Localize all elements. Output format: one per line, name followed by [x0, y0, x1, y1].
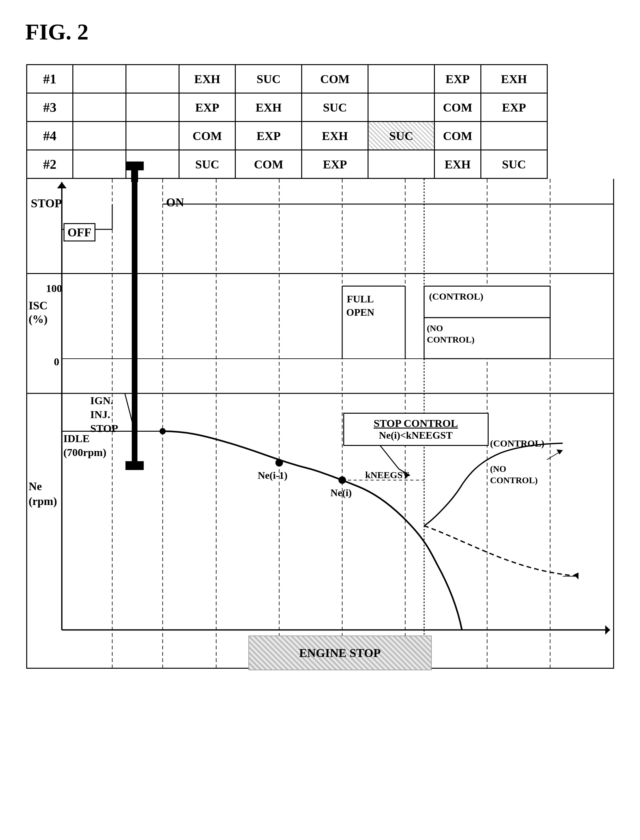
stop-control-condition: Ne(i)<kNEEGST	[350, 429, 482, 441]
cyl-label-4: #4	[27, 122, 73, 150]
on-label: ON	[166, 195, 184, 209]
diagram-container: #1 EXH SUC COM EXP EXH #3 EXP EXH	[26, 64, 614, 669]
off-label: OFF	[64, 223, 96, 242]
cyl-cell	[126, 93, 179, 122]
idle-label: IDLE(700rpm)	[64, 432, 107, 459]
cyl-cell: EXH	[481, 65, 547, 93]
cyl-cell: COM	[235, 150, 302, 179]
cyl-cell: EXH	[434, 150, 481, 179]
table-row: #1 EXH SUC COM EXP EXH	[27, 65, 613, 93]
svg-rect-29	[131, 170, 138, 182]
no-control-isc-label: (NOCONTROL)	[427, 323, 475, 346]
cyl-cell: COM	[302, 65, 368, 93]
svg-point-23	[275, 459, 283, 466]
table-row: #4 COM EXP EXH SUC COM	[27, 122, 613, 150]
cyl-cell	[73, 93, 126, 122]
stop-label: STOP	[31, 196, 62, 210]
isc-label: ISC (%)	[29, 299, 48, 326]
stop-control-title: STOP CONTROL	[350, 418, 482, 429]
svg-rect-32	[125, 461, 144, 470]
cyl-cell: COM	[434, 93, 481, 122]
cyl-label-1: #1	[27, 65, 73, 93]
cyl-cell	[481, 122, 547, 150]
stop-control-box: STOP CONTROL Ne(i)<kNEEGST	[343, 413, 489, 446]
page-container: FIG. 2 #1 EXH	[25, 19, 615, 669]
cyl-cell: COM	[179, 122, 235, 150]
full-open-label: FULLOPEN	[346, 293, 374, 319]
cyl-cell	[368, 93, 435, 122]
cylinder-table: #1 EXH SUC COM EXP EXH #3 EXP EXH	[26, 64, 614, 179]
isc-100: 100	[46, 283, 62, 294]
cyl-cell: SUC	[235, 65, 302, 93]
control-isc-label: (CONTROL)	[429, 291, 483, 302]
table-row: #2 SUC COM EXP EXH SUC	[27, 150, 613, 179]
cyl-cell: EXP	[235, 122, 302, 150]
cyl-cell	[73, 65, 126, 93]
cyl-cell: EXP	[179, 93, 235, 122]
svg-point-24	[338, 476, 346, 484]
cyl-cell: SUC	[302, 93, 368, 122]
cyl-cell	[73, 150, 126, 179]
kneegst-label: kNEEGST	[365, 470, 409, 480]
ne-label: Ne(rpm)	[29, 479, 57, 509]
cyl-cell: EXP	[434, 65, 481, 93]
cyl-cell: COM	[434, 122, 481, 150]
cyl-cell: EXP	[481, 93, 547, 122]
cyl-label-3: #3	[27, 93, 73, 122]
cyl-cell	[73, 122, 126, 150]
nei-label: Ne(i)	[331, 487, 352, 499]
cyl-cell: EXP	[302, 150, 368, 179]
cyl-label-2: #2	[27, 150, 73, 179]
nei-minus-1-label: Ne(i-1)	[258, 470, 288, 481]
cyl-cell: EXH	[235, 93, 302, 122]
cyl-cell: SUC	[179, 150, 235, 179]
svg-marker-37	[556, 450, 563, 454]
cyl-cell	[126, 65, 179, 93]
table-row: #3 EXP EXH SUC COM EXP	[27, 93, 613, 122]
cyl-cell: EXH	[179, 65, 235, 93]
fig-title: FIG. 2	[25, 19, 615, 45]
engine-stop-box: ENGINE STOP	[248, 635, 432, 670]
no-control-ne-label: (NOCONTROL)	[490, 463, 538, 486]
cyl-cell	[368, 65, 435, 93]
cyl-cell: SUC	[481, 150, 547, 179]
cyl-cell	[126, 122, 179, 150]
cyl-cell-shaded: SUC	[368, 122, 435, 150]
ign-inj-stop-label: IGN.INJ.STOP	[90, 394, 118, 436]
cyl-cell: EXH	[302, 122, 368, 150]
svg-rect-30	[125, 162, 144, 170]
chart-area: STOP OFF ON ISC (%) 100 0 FULLOPEN (CONT…	[26, 179, 614, 669]
isc-0: 0	[54, 356, 59, 368]
control-ne-label: (CONTROL)	[490, 438, 544, 449]
cyl-cell	[368, 150, 435, 179]
